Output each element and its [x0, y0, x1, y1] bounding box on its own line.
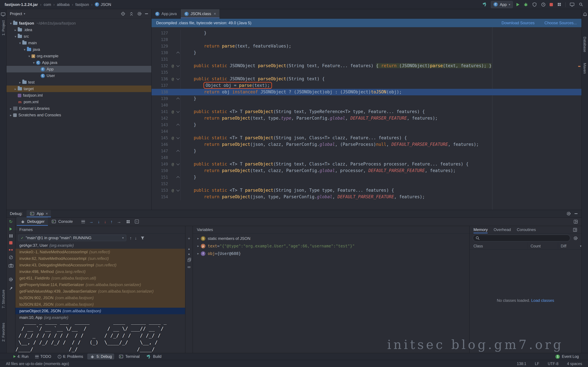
tree-item-External Libraries[interactable]: ▸External Libraries	[7, 105, 151, 112]
code-line-153[interactable]: 153@ public static <T> T parseObject(Str…	[152, 187, 581, 194]
mute-breakpoints-button[interactable]	[9, 256, 13, 259]
fold-down-icon[interactable]	[175, 135, 181, 141]
step-into-button[interactable]: ↓	[98, 219, 100, 224]
move-up-button[interactable]: ↑	[130, 236, 132, 240]
toolwindow-stripe-structure[interactable]: 7: Structure	[1, 290, 5, 308]
fold-down-icon[interactable]	[175, 63, 181, 69]
tree-chevron-icon[interactable]: ▾	[22, 48, 27, 51]
fold-up-icon[interactable]	[175, 122, 181, 128]
event-log-widget[interactable]: 1 Event Log	[555, 354, 579, 359]
breadcrumb-item[interactable]: fastjson-1.2.24.jar	[5, 2, 38, 7]
code-line-137[interactable]: 137 Object obj = parse(text);	[152, 82, 581, 89]
banner-link[interactable]: Download Sources	[502, 21, 535, 25]
tree-chevron-icon[interactable]: ▸	[9, 107, 13, 110]
fold-down-icon[interactable]	[175, 187, 181, 194]
tree-chevron-icon[interactable]: ▸	[13, 87, 18, 91]
tree-item-Scratches and Consoles[interactable]: ▸Scratches and Consoles	[7, 112, 151, 118]
code-line-150[interactable]: 150 return parseObject(text, clazz, Pars…	[152, 167, 581, 174]
fold-up-icon[interactable]	[175, 148, 181, 154]
tree-chevron-icon[interactable]: ▸	[13, 28, 18, 32]
search-everywhere-button[interactable]	[578, 2, 583, 7]
run-to-cursor-button[interactable]: →	[117, 219, 121, 224]
fold-down-icon[interactable]	[175, 108, 181, 115]
layout-menu-button[interactable]	[81, 220, 85, 223]
frame-row[interactable]: invoke0:-1, NativeMethodAccessorImpl(sun…	[15, 249, 185, 255]
coverage-button[interactable]	[532, 2, 537, 7]
tree-item-App.java[interactable]: ▾CApp.java	[7, 59, 151, 66]
settings-button[interactable]	[566, 211, 571, 216]
tree-chevron-icon[interactable]: ▸	[18, 80, 22, 84]
thread-selector[interactable]: ✓ "main"@1 in group "main": RUNNING ▾	[18, 235, 126, 241]
watch-return-values-button[interactable]: ∞	[188, 265, 191, 269]
frame-row[interactable]: getPropertyValue:114, FieldSerializer(co…	[15, 282, 185, 288]
hide-button[interactable]	[145, 13, 148, 14]
code-line-141[interactable]: 141@ public static <T> T parseObject(Str…	[152, 108, 581, 115]
frame-row[interactable]: main:10, App(org.example)	[15, 314, 185, 321]
tree-item-org.example[interactable]: ▾org.example	[7, 53, 151, 59]
fold-down-icon[interactable]	[175, 161, 181, 167]
restore-layout-icon[interactable]	[573, 219, 578, 224]
tool-window-switcher-icon[interactable]	[0, 12, 6, 17]
error-stripe-mark[interactable]	[578, 66, 580, 67]
code-line-138[interactable]: 138 return obj instanceof JSONObject ? (…	[152, 89, 581, 95]
column-class[interactable]: Class	[469, 244, 528, 248]
fold-up-icon[interactable]	[175, 95, 181, 102]
code-line-136[interactable]: 136@ public static JSONObject parseObjec…	[152, 76, 581, 82]
debug-button[interactable]	[523, 2, 528, 7]
caret-position-widget[interactable]: 138:1	[517, 362, 526, 366]
frame-row[interactable]: invoke:43, DelegatingMethodAccessorImpl(…	[15, 262, 185, 268]
step-out-button[interactable]: ↑	[111, 219, 113, 224]
code-line-140[interactable]: 140	[152, 102, 581, 108]
column-count[interactable]: Count	[528, 242, 558, 249]
resume-button[interactable]	[9, 227, 12, 231]
layout-button[interactable]	[569, 2, 575, 7]
toolwindow-button-4: Run[interactable]: 4: Run	[11, 354, 31, 359]
variable-row[interactable]: ▸fobj = {User@608}	[193, 250, 469, 257]
hide-button[interactable]	[575, 213, 578, 214]
tree-item-test[interactable]: ▸test	[7, 79, 151, 85]
stop-button[interactable]	[550, 3, 553, 6]
toolwindow-button-5: Debug[interactable]: 5: Debug	[87, 354, 114, 359]
code-line-147[interactable]: 147 }	[152, 148, 581, 154]
chevron-right-icon[interactable]: ▸	[196, 252, 201, 255]
frame-row[interactable]: parseObject:206, JSON(com.alibaba.fastjs…	[15, 308, 185, 314]
frame-row[interactable]: getAge:37, User(org.example)	[15, 242, 185, 249]
code-line-143[interactable]: 143 }	[152, 122, 581, 128]
breakpoints-grid-button[interactable]	[126, 219, 131, 224]
fold-up-icon[interactable]	[175, 50, 181, 56]
code-line-154[interactable]: 154 return parseObject(json, type, Parse…	[152, 194, 581, 200]
tree-item-src[interactable]: ▾src	[7, 33, 151, 40]
line-separator-widget[interactable]: LF	[535, 362, 539, 366]
close-icon[interactable]: ×	[46, 211, 48, 216]
code-line-131[interactable]: 131	[152, 56, 581, 63]
tree-item-.idea[interactable]: ▸.idea	[7, 26, 151, 33]
evaluate-button[interactable]: =	[135, 220, 139, 224]
code-line-151[interactable]: 151 }	[152, 174, 581, 181]
variable-row[interactable]: ▸ptext = "{"@type":"org.example.User","a…	[193, 242, 469, 250]
debugger-tab-Debugger[interactable]: Debugger	[17, 217, 48, 226]
pause-button[interactable]	[9, 234, 12, 238]
add-watch-button[interactable]: +	[188, 236, 190, 241]
toolwindow-button-TODO[interactable]: TODO	[33, 354, 53, 359]
step-over-button[interactable]: →	[89, 219, 94, 224]
stop-button[interactable]	[9, 241, 12, 244]
move-down-button[interactable]: ↓	[135, 236, 137, 240]
run-button[interactable]	[517, 3, 519, 6]
editor-tab-App.java[interactable]: CApp.java	[152, 9, 181, 18]
view-breakpoints-button[interactable]	[9, 248, 13, 252]
pin-button[interactable]	[8, 286, 13, 291]
tree-item-main[interactable]: ▾main	[7, 40, 151, 46]
tree-chevron-icon[interactable]: ▾	[18, 41, 22, 45]
tree-item-User[interactable]: CUser	[7, 72, 151, 79]
force-step-into-button[interactable]: ↓	[104, 219, 106, 224]
toolwindow-button-Terminal[interactable]: Terminal	[116, 354, 142, 359]
column-diff[interactable]: Diff▾	[558, 242, 581, 249]
memory-search-input[interactable]	[473, 235, 570, 242]
banner-link[interactable]: Choose Sources...	[545, 21, 577, 25]
locate-button[interactable]	[121, 11, 126, 17]
memory-settings-icon[interactable]	[573, 235, 578, 241]
code-line-127[interactable]: 127 }	[152, 30, 581, 36]
project-panel-title[interactable]: Project ▾	[10, 11, 25, 16]
fold-down-icon[interactable]	[175, 76, 181, 82]
frame-row[interactable]: toJSON:824, JSON(com.alibaba.fastjson)	[15, 301, 185, 308]
